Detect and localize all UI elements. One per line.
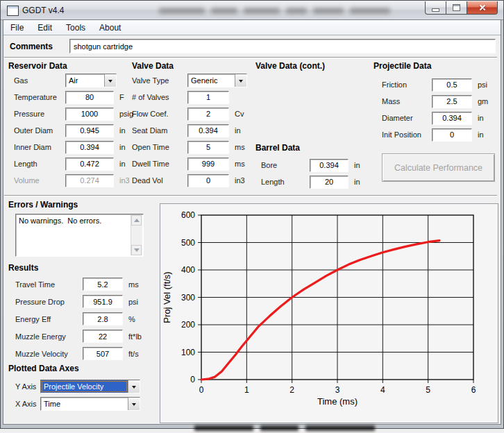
barrel-fields: Bore0.394inLength20in: [261, 157, 360, 190]
temperature-label: Temperature: [14, 93, 65, 101]
y-axis-select[interactable]: Projectile Velocity: [40, 380, 140, 393]
travel-time-field[interactable]: 5.2: [83, 278, 123, 291]
muzzle-energy-field[interactable]: 22: [83, 330, 123, 343]
dead-vol-field[interactable]: 0: [187, 174, 229, 187]
bore-field[interactable]: 0.394: [310, 159, 348, 172]
gas-value: Air: [66, 74, 104, 87]
comments-input[interactable]: shotgun cartridge: [69, 39, 496, 53]
dead-vol-row: Dead Vol0in3: [132, 172, 247, 189]
travel-time-label: Travel Time: [15, 280, 83, 289]
calculate-performance-button[interactable]: Calculate Performance: [382, 153, 495, 182]
outer-diam-field[interactable]: 0.945: [65, 124, 114, 137]
volume-row: Volume0.274in3: [14, 172, 133, 189]
pressure-drop-label: Pressure Drop: [15, 298, 83, 306]
y-tick-label: 300: [181, 293, 195, 303]
menu-item-tools[interactable]: Tools: [59, 22, 92, 34]
title-bar[interactable]: GGDT v4.4: [1, 1, 503, 20]
length-row: Length0.472in: [14, 155, 133, 172]
flow-coef-field[interactable]: 2: [187, 108, 229, 121]
chevron-down-icon[interactable]: [235, 74, 246, 87]
app-icon: [7, 6, 19, 16]
chevron-down-icon[interactable]: [128, 398, 140, 410]
length-field[interactable]: 20: [310, 176, 348, 189]
init-position-field[interactable]: 0: [432, 128, 472, 142]
muzzle-energy-row: Muzzle Energy22ft*lb: [15, 328, 142, 345]
gas-select[interactable]: Air: [65, 74, 117, 87]
travel-time-row: Travel Time5.2ms: [15, 275, 142, 293]
y-tick-label: 100: [181, 348, 195, 357]
open-time-label: Open Time: [132, 143, 187, 151]
temperature-row: Temperature80F: [14, 89, 133, 105]
muzzle-velocity-field[interactable]: 507: [83, 347, 123, 360]
pressure-drop-field[interactable]: 951.9: [83, 295, 123, 308]
chevron-down-icon[interactable]: [128, 380, 140, 393]
close-icon: [478, 3, 487, 12]
pressure-drop-row: Pressure Drop951.9psi: [15, 293, 142, 310]
bore-unit: in: [354, 161, 360, 169]
diameter-unit: in: [478, 114, 484, 122]
y-tick-label: 400: [181, 265, 195, 275]
y-tick-label: 600: [181, 210, 195, 220]
open-time-field[interactable]: 5: [187, 141, 229, 154]
valve-type-select[interactable]: Generic: [187, 74, 247, 87]
inner-diam-field[interactable]: 0.394: [65, 141, 114, 154]
valve-data-header: Valve Data: [132, 61, 174, 71]
scroll-up-button[interactable]: [131, 215, 142, 226]
menu-item-about[interactable]: About: [92, 22, 128, 34]
friction-field[interactable]: 0.5: [432, 78, 472, 92]
window-controls: [426, 1, 498, 15]
mass-unit: gm: [478, 97, 488, 105]
valve-type-row: Valve TypeGeneric: [132, 72, 247, 89]
reservoir-data-header: Reservoir Data: [8, 61, 67, 71]
chevron-down-icon[interactable]: [104, 74, 116, 87]
muzzle-energy-label: Muzzle Energy: [15, 332, 83, 341]
init-position-row: Init Position0in: [382, 126, 488, 143]
length-label: Length: [261, 178, 310, 186]
mass-row: Mass2.5gm: [382, 93, 488, 110]
of-valves-field[interactable]: 1: [187, 91, 229, 104]
plotted-data-axes-header: Plotted Data Axes: [8, 364, 79, 373]
scroll-down-button[interactable]: [131, 245, 142, 255]
seat-diam-label: Seat Diam: [132, 126, 187, 135]
energy-eff-field[interactable]: 2.8: [83, 312, 123, 325]
menu-item-edit[interactable]: Edit: [31, 22, 59, 34]
bore-label: Bore: [261, 161, 310, 169]
flow-coef-label: Flow Coef.: [132, 110, 187, 118]
mass-field[interactable]: 2.5: [432, 95, 472, 108]
pressure-label: Pressure: [14, 110, 65, 118]
temperature-field[interactable]: 80: [65, 91, 114, 104]
length-field[interactable]: 0.472: [65, 158, 114, 171]
diameter-field[interactable]: 0.394: [432, 112, 472, 125]
dead-vol-label: Dead Vol: [132, 176, 187, 185]
blurred-watermark: [194, 425, 382, 431]
volume-field[interactable]: 0.274: [65, 174, 114, 187]
velocity-curve: [201, 241, 439, 380]
open-time-row: Open Time5ms: [132, 139, 247, 155]
errors-textarea[interactable]: No warnings. No errors.: [15, 214, 144, 257]
y-tick-label: 200: [181, 320, 195, 330]
dwell-time-row: Dwell Time999ms: [132, 155, 247, 172]
results-fields: Travel Time5.2msPressure Drop951.9psiEne…: [15, 275, 142, 362]
scrollbar[interactable]: [131, 215, 142, 255]
x-axis-value: Time: [41, 398, 128, 410]
inner-diam-label: Inner Diam: [14, 143, 65, 151]
separator: [4, 57, 497, 58]
friction-row: Friction0.5psi: [382, 76, 488, 93]
muzzle-energy-unit: ft*lb: [128, 332, 142, 341]
dwell-time-field[interactable]: 999: [187, 158, 229, 171]
menu-item-file[interactable]: File: [3, 22, 31, 34]
maximize-button[interactable]: [446, 1, 467, 15]
minimize-button[interactable]: [425, 1, 446, 15]
muzzle-velocity-row: Muzzle Velocity507ft/s: [15, 345, 142, 362]
x-axis-select[interactable]: Time: [40, 397, 140, 411]
flow-coef-row: Flow Coef.2Cv: [132, 105, 247, 122]
seat-diam-field[interactable]: 0.394: [187, 124, 229, 137]
separator: [4, 195, 497, 196]
y-tick-label: 0: [190, 375, 195, 384]
x-tick-label: 6: [471, 385, 476, 395]
friction-unit: psi: [478, 80, 487, 89]
pressure-field[interactable]: 1000: [65, 108, 114, 121]
close-button[interactable]: [467, 1, 498, 15]
init-position-label: Init Position: [382, 130, 432, 139]
seat-diam-row: Seat Diam0.394in: [132, 122, 247, 139]
